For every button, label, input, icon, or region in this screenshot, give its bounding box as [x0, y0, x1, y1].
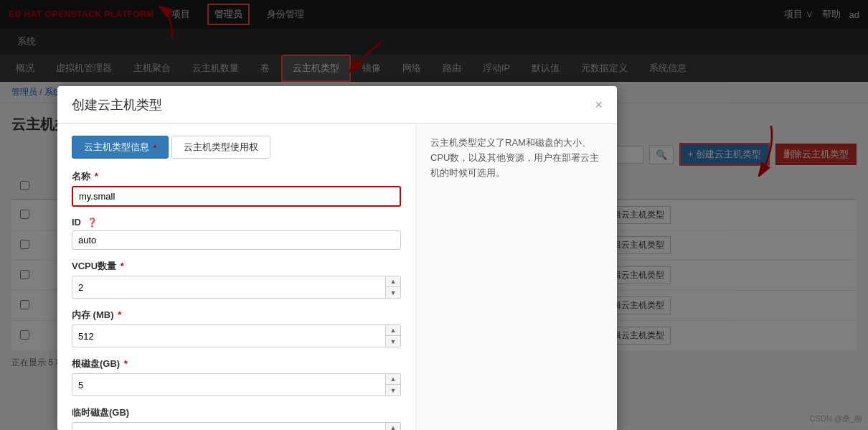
root-disk-spinner: ▲ ▼	[72, 373, 401, 391]
modal-tab-access[interactable]: 云主机类型使用权	[171, 136, 270, 159]
create-flavor-modal: 创建云主机类型 × 云主机类型信息 • 云主机类型使用权 名称 *	[57, 86, 617, 391]
modal-tab-info[interactable]: 云主机类型信息 •	[72, 136, 169, 159]
modal-close-button[interactable]: ×	[595, 98, 603, 113]
memory-spinner: ▲ ▼	[72, 324, 401, 347]
name-label: 名称 *	[72, 170, 401, 183]
vcpu-label: VCPU数量 *	[72, 260, 401, 273]
form-group-memory: 内存 (MB) * ▲ ▼	[72, 309, 401, 347]
id-info-icon[interactable]: ❓	[87, 218, 98, 228]
id-label: ID ❓	[72, 217, 401, 228]
vcpu-decrement[interactable]: ▼	[386, 287, 400, 298]
name-input[interactable]	[72, 186, 401, 207]
root-disk-decrement[interactable]: ▼	[386, 385, 400, 391]
root-disk-increment[interactable]: ▲	[386, 374, 400, 385]
memory-label: 内存 (MB) *	[72, 309, 401, 322]
modal-title: 创建云主机类型	[72, 96, 162, 113]
modal-right-panel: 云主机类型定义了RAM和磁盘的大小、CPU数，以及其他资源，用户在部署云主机的时…	[416, 124, 617, 391]
id-input[interactable]	[72, 230, 401, 250]
modal-tabs: 云主机类型信息 • 云主机类型使用权	[72, 136, 401, 159]
memory-increment[interactable]: ▲	[386, 325, 400, 336]
vcpu-increment[interactable]: ▲	[386, 276, 400, 287]
memory-decrement[interactable]: ▼	[386, 336, 400, 347]
form-group-vcpu: VCPU数量 * ▲ ▼	[72, 260, 401, 299]
root-disk-label: 根磁盘(GB) *	[72, 357, 401, 370]
form-group-root-disk: 根磁盘(GB) * ▲ ▼	[72, 357, 401, 391]
modal-left-panel: 云主机类型信息 • 云主机类型使用权 名称 * ID	[57, 124, 416, 391]
modal-overlay: 创建云主机类型 × 云主机类型信息 • 云主机类型使用权 名称 *	[0, 0, 868, 391]
form-group-name: 名称 *	[72, 170, 401, 207]
vcpu-input[interactable]	[72, 276, 386, 299]
modal-description: 云主机类型定义了RAM和磁盘的大小、CPU数，以及其他资源，用户在部署云主机的时…	[430, 136, 603, 180]
vcpu-spinner: ▲ ▼	[72, 276, 401, 299]
root-disk-input[interactable]	[72, 373, 386, 391]
memory-input[interactable]	[72, 324, 386, 347]
form-group-id: ID ❓	[72, 217, 401, 250]
modal-body: 云主机类型信息 • 云主机类型使用权 名称 * ID	[57, 124, 617, 391]
modal-header: 创建云主机类型 ×	[57, 86, 617, 124]
